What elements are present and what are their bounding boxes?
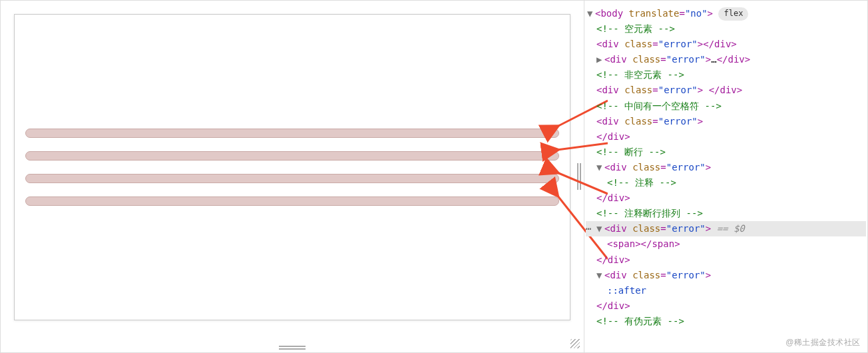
toggle-icon[interactable]: ▼ [587, 6, 595, 21]
dom-comment[interactable]: <!-- 断行 --> [587, 145, 866, 160]
resize-handle-right[interactable] [577, 163, 581, 190]
dom-node-body[interactable]: ▼<body translate="no"> flex [587, 6, 866, 21]
dom-node-div[interactable]: <div class="error"></div> [587, 37, 866, 52]
dom-node-div-selected[interactable]: ▼<div class="error"> == $0 [587, 221, 866, 236]
dom-node-div[interactable]: <div class="error"> [587, 114, 866, 129]
watermark: @稀土掘金技术社区 [785, 337, 861, 348]
dom-comment[interactable]: <!-- 中间有一个空格符 --> [587, 99, 866, 114]
dom-node-close[interactable]: </div> [587, 252, 866, 268]
toggle-icon[interactable]: ▶ [596, 52, 604, 67]
error-bar-2 [25, 151, 559, 161]
dom-comment[interactable]: <!-- 有伪元素 --> [587, 314, 866, 329]
dom-comment[interactable]: <!-- 空元素 --> [587, 21, 866, 37]
error-bar-3 [25, 174, 559, 183]
dom-pseudo[interactable]: ::after [587, 283, 866, 298]
toggle-icon[interactable]: ▼ [596, 268, 604, 283]
error-bar-1 [25, 129, 559, 138]
resize-handle-corner[interactable] [570, 339, 580, 348]
dom-comment[interactable]: <!-- 注释 --> [587, 175, 866, 190]
dom-node-close[interactable]: </div> [587, 190, 866, 206]
dom-node-div[interactable]: <div class="error"> </div> [587, 83, 866, 98]
dom-node-div[interactable]: ▶<div class="error">…</div> [587, 52, 866, 67]
dom-node-span[interactable]: <span></span> [587, 236, 866, 252]
devtools-elements-panel[interactable]: ▼<body translate="no"> flex <!-- 空元素 -->… [584, 1, 867, 352]
dom-comment[interactable]: <!-- 非空元素 --> [587, 67, 866, 83]
resize-handle-bottom[interactable] [279, 346, 306, 350]
dom-node-close[interactable]: </div> [587, 129, 866, 145]
toggle-icon[interactable]: ▼ [596, 160, 604, 175]
dom-node-close[interactable]: </div> [587, 298, 866, 314]
dom-node-div[interactable]: ▼<div class="error"> [587, 160, 866, 175]
flex-badge[interactable]: flex [718, 7, 748, 21]
dom-node-div[interactable]: ▼<div class="error"> [587, 268, 866, 283]
preview-content [14, 14, 570, 320]
preview-pane [1, 1, 584, 352]
dom-comment[interactable]: <!-- 注释断行排列 --> [587, 206, 866, 221]
toggle-icon[interactable]: ▼ [596, 221, 604, 236]
error-bar-4 [25, 196, 559, 206]
